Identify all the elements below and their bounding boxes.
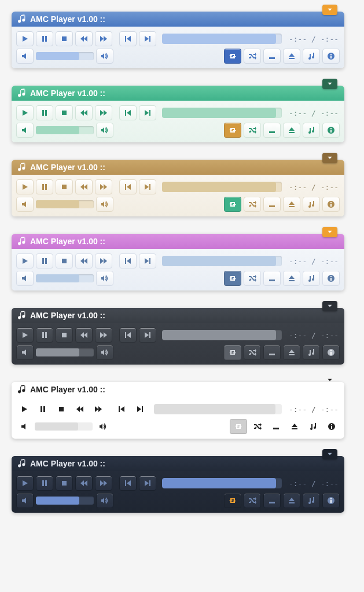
progress-bar[interactable] bbox=[162, 330, 282, 340]
previous-track-button[interactable] bbox=[119, 328, 137, 343]
volume-down-button[interactable] bbox=[16, 420, 32, 433]
fast-forward-button[interactable] bbox=[95, 179, 112, 194]
collapse-button[interactable] bbox=[322, 153, 337, 163]
next-track-button[interactable] bbox=[139, 476, 156, 491]
pause-button[interactable] bbox=[36, 31, 53, 46]
volume-down-button[interactable] bbox=[16, 197, 34, 212]
progress-bar[interactable] bbox=[162, 34, 282, 44]
eject-button[interactable] bbox=[283, 345, 300, 360]
progress-bar[interactable] bbox=[162, 108, 282, 118]
volume-slider[interactable] bbox=[36, 52, 94, 60]
eject-button[interactable] bbox=[286, 420, 303, 433]
stop-button[interactable] bbox=[56, 179, 73, 194]
stop-button[interactable] bbox=[56, 253, 73, 269]
shuffle-button[interactable] bbox=[244, 345, 261, 360]
rewind-button[interactable] bbox=[72, 402, 88, 416]
next-track-button[interactable] bbox=[139, 105, 156, 120]
volume-up-button[interactable] bbox=[96, 345, 113, 360]
fast-forward-button[interactable] bbox=[95, 253, 112, 269]
collapse-button[interactable] bbox=[322, 227, 337, 237]
rewind-button[interactable] bbox=[75, 253, 93, 269]
repeat-button[interactable] bbox=[230, 419, 247, 434]
shuffle-button[interactable] bbox=[249, 420, 266, 433]
fast-forward-button[interactable] bbox=[95, 328, 112, 343]
minimize-button[interactable] bbox=[263, 493, 281, 508]
info-button[interactable] bbox=[322, 197, 340, 212]
rewind-button[interactable] bbox=[75, 31, 93, 46]
volume-up-button[interactable] bbox=[96, 49, 113, 64]
repeat-button[interactable] bbox=[224, 271, 241, 286]
rewind-button[interactable] bbox=[75, 179, 93, 194]
repeat-button[interactable] bbox=[224, 493, 241, 508]
previous-track-button[interactable] bbox=[119, 179, 137, 194]
repeat-button[interactable] bbox=[224, 345, 241, 360]
collapse-button[interactable] bbox=[322, 5, 337, 15]
volume-up-button[interactable] bbox=[96, 123, 113, 138]
previous-track-button[interactable] bbox=[119, 476, 137, 491]
next-track-button[interactable] bbox=[139, 328, 156, 343]
shuffle-button[interactable] bbox=[244, 271, 261, 286]
next-track-button[interactable] bbox=[132, 402, 148, 416]
repeat-button[interactable] bbox=[224, 197, 241, 212]
pause-button[interactable] bbox=[36, 328, 53, 343]
eject-button[interactable] bbox=[283, 493, 300, 508]
progress-bar[interactable] bbox=[162, 256, 282, 266]
previous-track-button[interactable] bbox=[119, 105, 137, 120]
collapse-button[interactable] bbox=[322, 301, 337, 311]
eject-button[interactable] bbox=[283, 49, 300, 64]
volume-down-button[interactable] bbox=[16, 345, 34, 360]
volume-slider[interactable] bbox=[36, 126, 94, 134]
pause-button[interactable] bbox=[36, 105, 53, 120]
play-button[interactable] bbox=[16, 476, 34, 491]
fast-forward-button[interactable] bbox=[95, 31, 112, 46]
playlist-button[interactable] bbox=[303, 493, 320, 508]
playlist-button[interactable] bbox=[303, 49, 320, 64]
volume-down-button[interactable] bbox=[16, 49, 34, 64]
volume-up-button[interactable] bbox=[95, 420, 111, 433]
minimize-button[interactable] bbox=[263, 123, 281, 138]
play-button[interactable] bbox=[16, 179, 34, 194]
volume-down-button[interactable] bbox=[16, 271, 34, 286]
shuffle-button[interactable] bbox=[244, 49, 261, 64]
play-button[interactable] bbox=[16, 328, 34, 343]
previous-track-button[interactable] bbox=[119, 31, 137, 46]
fast-forward-button[interactable] bbox=[90, 402, 106, 416]
volume-slider[interactable] bbox=[36, 274, 94, 282]
shuffle-button[interactable] bbox=[244, 197, 261, 212]
minimize-button[interactable] bbox=[263, 49, 281, 64]
volume-up-button[interactable] bbox=[96, 271, 113, 286]
previous-track-button[interactable] bbox=[119, 253, 137, 269]
minimize-button[interactable] bbox=[268, 420, 284, 433]
volume-down-button[interactable] bbox=[16, 493, 34, 508]
info-button[interactable] bbox=[323, 420, 340, 433]
play-button[interactable] bbox=[16, 253, 34, 269]
volume-up-button[interactable] bbox=[96, 197, 113, 212]
collapse-button[interactable] bbox=[322, 79, 337, 89]
info-button[interactable] bbox=[322, 345, 340, 360]
next-track-button[interactable] bbox=[139, 253, 156, 269]
repeat-button[interactable] bbox=[224, 123, 241, 138]
pause-button[interactable] bbox=[35, 402, 51, 416]
rewind-button[interactable] bbox=[75, 476, 93, 491]
info-button[interactable] bbox=[322, 123, 340, 138]
shuffle-button[interactable] bbox=[244, 123, 261, 138]
repeat-button[interactable] bbox=[224, 49, 241, 64]
info-button[interactable] bbox=[322, 493, 340, 508]
minimize-button[interactable] bbox=[263, 271, 281, 286]
playlist-button[interactable] bbox=[305, 420, 321, 433]
info-button[interactable] bbox=[322, 49, 340, 64]
volume-slider[interactable] bbox=[36, 348, 94, 356]
stop-button[interactable] bbox=[56, 105, 73, 120]
stop-button[interactable] bbox=[56, 476, 73, 491]
previous-track-button[interactable] bbox=[113, 402, 130, 416]
eject-button[interactable] bbox=[283, 197, 300, 212]
volume-down-button[interactable] bbox=[16, 123, 34, 138]
info-button[interactable] bbox=[322, 271, 340, 286]
collapse-button[interactable] bbox=[322, 375, 337, 385]
progress-bar[interactable] bbox=[154, 404, 282, 414]
minimize-button[interactable] bbox=[263, 197, 281, 212]
shuffle-button[interactable] bbox=[244, 493, 261, 508]
minimize-button[interactable] bbox=[263, 345, 281, 360]
rewind-button[interactable] bbox=[75, 105, 93, 120]
eject-button[interactable] bbox=[283, 123, 300, 138]
